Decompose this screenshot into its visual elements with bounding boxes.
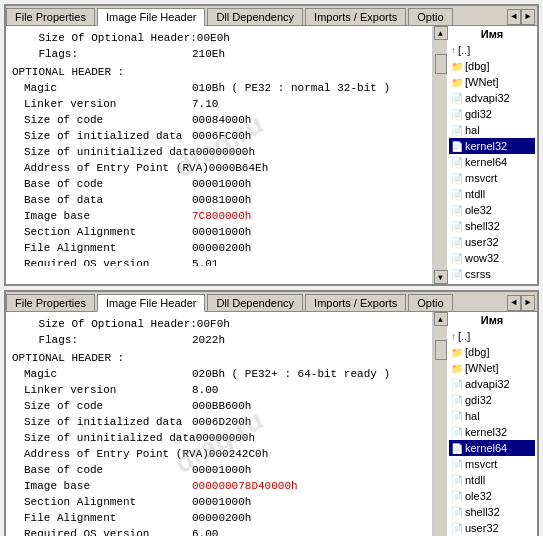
file-icon: 📄 — [451, 379, 463, 390]
sidebar-tree-item[interactable]: 📄advapi32 — [449, 90, 535, 106]
file-icon: 📄 — [451, 221, 463, 232]
tree-item-label: user32 — [465, 522, 499, 534]
sidebar-tree-item[interactable]: 📄hal — [449, 408, 535, 424]
sidebar-tree-item[interactable]: 📄gdi32 — [449, 392, 535, 408]
sidebar-tree-item[interactable]: 📄user32 — [449, 234, 535, 250]
tab-1[interactable]: Image File Header — [97, 294, 206, 312]
tab-1[interactable]: Image File Header — [97, 8, 206, 26]
tab-3[interactable]: Imports / Exports — [305, 8, 406, 25]
scroll-up[interactable]: ▲ — [434, 312, 448, 326]
prop-line: Section Alignment 00001000h — [12, 494, 426, 510]
prop-value: 8.00 — [192, 382, 218, 398]
prop-value: 7.10 — [192, 96, 218, 112]
tab-scroll-left[interactable]: ◄ — [507, 295, 521, 311]
tree-item-label: kernel32 — [465, 140, 507, 152]
prop-value: 00000200h — [192, 240, 251, 256]
scrollbar[interactable]: ▲ ▼ — [433, 26, 447, 284]
tree-item-label: gdi32 — [465, 108, 492, 120]
tab-0[interactable]: File Properties — [6, 8, 95, 25]
sidebar-tree-item[interactable]: 📄hal — [449, 122, 535, 138]
file-icon: 📄 — [451, 507, 463, 518]
prop-line: Size Of Optional Header: 00F0h — [12, 316, 426, 332]
prop-line: Linker version 8.00 — [12, 382, 426, 398]
prop-line: Address of Entry Point (RVA) 0000B64Eh — [12, 160, 426, 176]
tab-2[interactable]: Dll Dependency — [207, 294, 303, 311]
text-area: drag.ru Size Of Optional Header: 00F0h F… — [6, 312, 432, 536]
scroll-up[interactable]: ▲ — [434, 26, 448, 40]
sidebar-title: Имя — [449, 314, 535, 326]
sidebar-tree-item[interactable]: 📄gdi32 — [449, 106, 535, 122]
tree-item-label: user32 — [465, 236, 499, 248]
sidebar-tree-item[interactable]: 📄kernel32 — [449, 424, 535, 440]
sidebar-tree-item[interactable]: 📄kernel32 — [449, 138, 535, 154]
scroll-thumb[interactable] — [435, 340, 447, 360]
prop-label: Magic — [12, 366, 192, 382]
scrollbar[interactable]: ▲ ▼ — [433, 312, 447, 536]
section-title: OPTIONAL HEADER : — [12, 66, 426, 78]
prop-label: Size of initialized data — [12, 128, 192, 144]
sidebar-tree-item[interactable]: 📄user32 — [449, 520, 535, 536]
scroll-thumb[interactable] — [435, 54, 447, 74]
tab-scroll-left[interactable]: ◄ — [507, 9, 521, 25]
sidebar-tree-item[interactable]: 📄ole32 — [449, 202, 535, 218]
prop-value: 0000B64Eh — [209, 160, 268, 176]
tree-item-label: csrss — [465, 268, 491, 280]
sidebar-tree-item[interactable]: 📁[dbg] — [449, 344, 535, 360]
tab-4[interactable]: Optio — [408, 8, 452, 25]
prop-line: Magic 010Bh ( PE32 : normal 32-bit ) — [12, 80, 426, 96]
prop-line: Base of code 00001000h — [12, 176, 426, 192]
sidebar-tree-item[interactable]: 📄shell32 — [449, 218, 535, 234]
tab-scroll-right[interactable]: ► — [521, 9, 535, 25]
sidebar-tree-item[interactable]: 📄msvcrt — [449, 456, 535, 472]
tree-item-label: [..] — [458, 44, 470, 56]
file-icon: 📄 — [451, 93, 463, 104]
sidebar-tree-item[interactable]: 📄wow32 — [449, 250, 535, 266]
prop-value: 00000000h — [196, 144, 255, 160]
sidebar-tree-item[interactable]: 📄ntdll — [449, 472, 535, 488]
file-icon: 📄 — [451, 205, 463, 216]
tab-4[interactable]: Optio — [408, 294, 452, 311]
prop-label: Size Of Optional Header: — [12, 30, 197, 46]
prop-value: 210Eh — [192, 46, 225, 62]
sidebar-tree-item[interactable]: ↑[..] — [449, 328, 535, 344]
prop-value: 00001000h — [192, 494, 251, 510]
prop-label: Flags: — [12, 332, 192, 348]
prop-value: 000000078D40000h — [192, 478, 298, 494]
file-icon: 📄 — [451, 157, 463, 168]
prop-value: 010Bh ( PE32 : normal 32-bit ) — [192, 80, 390, 96]
scroll-down[interactable]: ▼ — [434, 270, 448, 284]
sidebar-tree-item[interactable]: 📄msvcrt — [449, 170, 535, 186]
prop-value: 0006FC00h — [192, 128, 251, 144]
sidebar-tree-item[interactable]: 📄ntdll — [449, 186, 535, 202]
tab-3[interactable]: Imports / Exports — [305, 294, 406, 311]
tab-2[interactable]: Dll Dependency — [207, 8, 303, 25]
tree-item-label: shell32 — [465, 220, 500, 232]
sidebar-tree-item[interactable]: ↑[..] — [449, 42, 535, 58]
file-icon: 📄 — [451, 443, 463, 454]
sidebar-tree-item[interactable]: 📁[WNet] — [449, 74, 535, 90]
prop-line: Size of uninitialized data 00000000h — [12, 144, 426, 160]
prop-label: Required OS version — [12, 256, 192, 266]
prop-label: Size of uninitialized data — [12, 144, 196, 160]
file-icon: 📄 — [451, 141, 463, 152]
tree-item-label: msvcrt — [465, 458, 497, 470]
sidebar-tree-item[interactable]: 📄kernel64 — [449, 154, 535, 170]
prop-label: Base of data — [12, 192, 192, 208]
sidebar-tree-item[interactable]: 📄csrss — [449, 266, 535, 282]
tab-scroll-right[interactable]: ► — [521, 295, 535, 311]
tab-0[interactable]: File Properties — [6, 294, 95, 311]
file-icon: 📄 — [451, 491, 463, 502]
sidebar-tree-item[interactable]: 📄ole32 — [449, 488, 535, 504]
prop-line: Flags: 2022h — [12, 332, 426, 348]
sidebar-tree-item[interactable]: 📁[WNet] — [449, 360, 535, 376]
prop-line: Size Of Optional Header: 00E0h — [12, 30, 426, 46]
sidebar-tree-item[interactable]: 📄advapi32 — [449, 376, 535, 392]
up-icon: ↑ — [451, 45, 456, 56]
sidebar-tree-item[interactable]: 📄shell32 — [449, 504, 535, 520]
prop-value: 00081000h — [192, 192, 251, 208]
file-icon: 📄 — [451, 189, 463, 200]
prop-label: Base of code — [12, 462, 192, 478]
prop-line: Size of uninitialized data 00000000h — [12, 430, 426, 446]
sidebar-tree-item[interactable]: 📄kernel64 — [449, 440, 535, 456]
sidebar-tree-item[interactable]: 📁[dbg] — [449, 58, 535, 74]
